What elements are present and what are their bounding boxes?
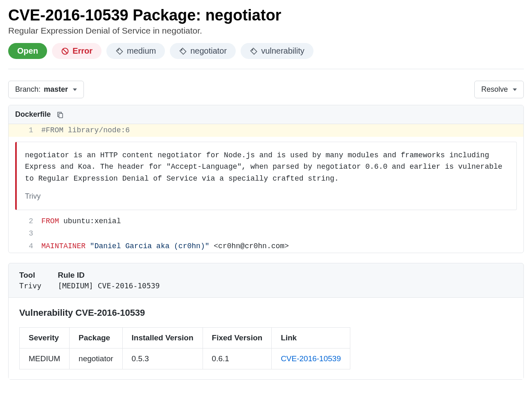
code-line-3: 3 bbox=[9, 227, 523, 240]
info-meta: Tool Trivy Rule ID [MEDIUM] CVE-2016-105… bbox=[9, 263, 523, 297]
table-header-row: Severity Package Installed Version Fixed… bbox=[20, 327, 350, 348]
rule-value: [MEDIUM] CVE-2016-10539 bbox=[58, 281, 160, 290]
td-installed: 0.5.3 bbox=[122, 348, 203, 369]
line-number: 3 bbox=[9, 227, 41, 240]
th-severity: Severity bbox=[20, 327, 70, 348]
chevron-down-icon bbox=[513, 88, 517, 91]
ban-icon bbox=[61, 47, 69, 55]
tag-icon bbox=[250, 47, 258, 55]
code-content: MAINTAINER "Daniel Garcia aka (cr0hn)" <… bbox=[41, 240, 523, 253]
svg-point-4 bbox=[252, 49, 253, 50]
error-label: Error bbox=[72, 46, 92, 56]
status-error-badge: Error bbox=[52, 43, 101, 59]
filename: Dockerfile bbox=[15, 110, 51, 119]
finding-source: Trivy bbox=[25, 190, 508, 202]
info-body: Vulnerability CVE-2016-10539 Severity Pa… bbox=[9, 297, 523, 379]
code-content bbox=[41, 227, 523, 240]
vulnerability-table: Severity Package Installed Version Fixed… bbox=[19, 327, 350, 369]
page-subtitle: Regular Expression Denial of Service in … bbox=[8, 26, 524, 36]
code-content: FROM ubuntu:xenial bbox=[41, 215, 523, 228]
tag-label: negotiator bbox=[190, 46, 227, 56]
tool-label: Tool bbox=[19, 271, 41, 280]
tag-vulnerability[interactable]: vulnerability bbox=[241, 43, 313, 59]
finding-callout: negotiator is an HTTP content negotiator… bbox=[15, 142, 517, 210]
code-content: #FROM library/node:6 bbox=[41, 124, 523, 137]
branch-selector[interactable]: Branch: master bbox=[8, 81, 84, 98]
finding-description: negotiator is an HTTP content negotiator… bbox=[25, 149, 508, 185]
svg-line-1 bbox=[63, 49, 67, 53]
code-panel: Dockerfile 1 #FROM library/node:6 negoti… bbox=[8, 105, 524, 253]
line-number: 1 bbox=[9, 124, 41, 137]
tool-column: Tool Trivy bbox=[19, 271, 41, 290]
rule-label: Rule ID bbox=[58, 271, 160, 280]
code-header: Dockerfile bbox=[9, 105, 523, 124]
page-title: CVE-2016-10539 Package: negotiator bbox=[8, 7, 524, 24]
chevron-down-icon bbox=[73, 88, 77, 91]
tag-medium[interactable]: medium bbox=[106, 43, 165, 59]
tag-negotiator[interactable]: negotiator bbox=[170, 43, 236, 59]
td-severity: MEDIUM bbox=[20, 348, 70, 369]
td-package: negotiator bbox=[70, 348, 123, 369]
line-number: 2 bbox=[9, 215, 41, 228]
resolve-button[interactable]: Resolve bbox=[474, 81, 524, 98]
status-open-badge: Open bbox=[8, 43, 47, 59]
resolve-label: Resolve bbox=[481, 85, 508, 94]
svg-point-2 bbox=[117, 49, 119, 50]
toolbar: Branch: master Resolve bbox=[8, 81, 524, 98]
th-package: Package bbox=[70, 327, 123, 348]
code-line-2: 2 FROM ubuntu:xenial bbox=[9, 215, 523, 228]
tool-value: Trivy bbox=[19, 281, 41, 290]
rule-column: Rule ID [MEDIUM] CVE-2016-10539 bbox=[58, 271, 160, 290]
info-panel: Tool Trivy Rule ID [MEDIUM] CVE-2016-105… bbox=[8, 263, 524, 380]
tags-row: Open Error medium negotiator vulnerabili… bbox=[8, 43, 524, 59]
vulnerability-heading: Vulnerability CVE-2016-10539 bbox=[19, 308, 513, 318]
branch-value: master bbox=[44, 85, 68, 94]
divider bbox=[8, 69, 524, 69]
tag-label: vulnerability bbox=[261, 46, 304, 56]
cve-link[interactable]: CVE-2016-10539 bbox=[281, 354, 341, 363]
td-link: CVE-2016-10539 bbox=[272, 348, 350, 369]
branch-label: Branch: bbox=[15, 85, 41, 94]
svg-rect-5 bbox=[59, 113, 63, 118]
code-line-1: 1 #FROM library/node:6 bbox=[9, 124, 523, 137]
line-number: 4 bbox=[9, 240, 41, 253]
tag-icon bbox=[179, 47, 187, 55]
td-fixed: 0.6.1 bbox=[203, 348, 272, 369]
code-line-4: 4 MAINTAINER "Daniel Garcia aka (cr0hn)"… bbox=[9, 240, 523, 253]
tag-icon bbox=[115, 47, 124, 55]
svg-point-3 bbox=[181, 49, 183, 50]
tag-label: medium bbox=[127, 46, 156, 56]
th-fixed: Fixed Version bbox=[203, 327, 272, 348]
table-row: MEDIUM negotiator 0.5.3 0.6.1 CVE-2016-1… bbox=[20, 348, 350, 369]
th-link: Link bbox=[272, 327, 350, 348]
copy-icon[interactable] bbox=[56, 111, 64, 118]
th-installed: Installed Version bbox=[122, 327, 203, 348]
